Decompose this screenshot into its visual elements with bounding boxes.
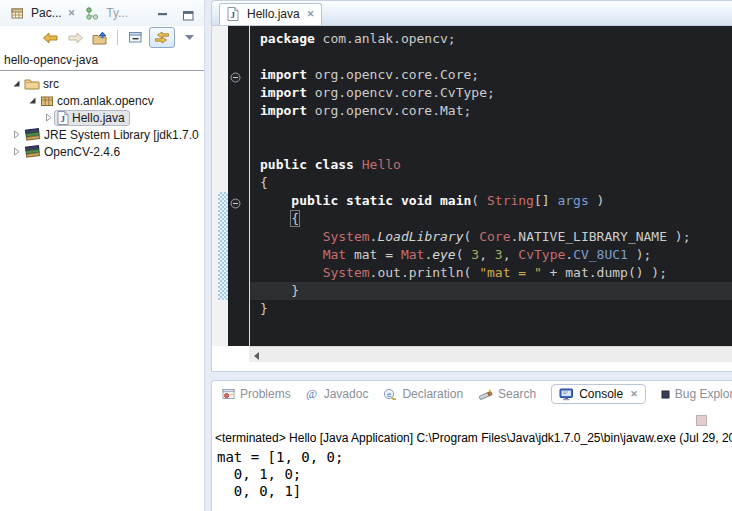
scroll-left-arrow-icon[interactable] (253, 346, 261, 364)
editor-body: package com.anlak.opencv;import org.open… (212, 26, 732, 346)
code-line[interactable] (260, 120, 732, 138)
expander-collapsed-icon[interactable] (42, 113, 54, 122)
editor-pane: J Hello.java ✕ package com.anlak.opencv;… (211, 0, 732, 372)
code-token: public static void main (291, 193, 471, 208)
code-line[interactable]: import org.opencv.core.CvType; (260, 84, 732, 102)
console-output[interactable]: mat = [1, 0, 0; 0, 1, 0; 0, 0, 1] (217, 449, 732, 511)
editor-tab-hello-java[interactable]: J Hello.java ✕ (219, 3, 322, 25)
tree-item-label: com.anlak.opencv (57, 94, 154, 108)
go-up-button[interactable] (89, 28, 111, 47)
package-tree[interactable]: srccom.anlak.opencvJHello.javaJRE System… (0, 71, 204, 160)
tree-item-label: src (43, 77, 59, 91)
console-tab-problems[interactable]: Problems (222, 387, 291, 401)
console-tab-declaration[interactable]: eDeclaration (383, 387, 463, 401)
project-label[interactable]: hello-opencv-java (0, 49, 204, 71)
close-icon[interactable]: ✕ (68, 8, 76, 18)
fold-collapse-icon[interactable] (230, 195, 241, 213)
expander-collapsed-icon[interactable] (10, 147, 22, 156)
code-area[interactable]: package com.anlak.opencv;import org.open… (250, 26, 732, 346)
code-token: org.opencv.core.CvType; (307, 85, 495, 100)
link-with-editor-button[interactable] (149, 27, 175, 48)
console-tab-console[interactable]: Console✕ (551, 384, 646, 404)
code-token: Hello (362, 157, 401, 172)
package-explorer-icon (11, 7, 24, 20)
forward-icon (67, 32, 84, 44)
code-token: String (487, 193, 534, 208)
close-icon[interactable]: ✕ (630, 389, 638, 399)
tab-label: Pac... (31, 6, 62, 20)
back-icon (42, 32, 59, 44)
code-line[interactable]: Mat mat = Mat.eye( 3, 3, CvType.CV_8UC1 … (260, 246, 732, 264)
tree-item-content: src (22, 77, 63, 91)
tree-item-opencv-2-4-6[interactable]: OpenCV-2.4.6 (0, 143, 204, 160)
code-line-current[interactable]: } (250, 282, 732, 300)
window-buttons (158, 7, 194, 25)
code-line[interactable]: public class Hello (260, 156, 732, 174)
code-line[interactable]: public static void main( String[] args ) (260, 192, 732, 210)
code-token: Core (479, 229, 510, 244)
console-panel: Problems@JavadoceDeclarationSearchConsol… (211, 380, 732, 511)
code-line[interactable] (260, 48, 732, 66)
code-line[interactable]: System.LoadLibrary( Core.NATIVE_LIBRARY_… (260, 228, 732, 246)
console-tab-javadoc[interactable]: @Javadoc (306, 387, 369, 401)
code-token: CvType (518, 247, 565, 262)
code-token: ( (456, 247, 472, 262)
console-tab-label: Search (498, 387, 536, 401)
expander-expanded-icon[interactable] (26, 96, 38, 105)
fold-collapse-icon[interactable] (230, 69, 241, 87)
view-menu-button[interactable] (178, 28, 200, 47)
code-token: + mat.dump() ); (542, 265, 667, 280)
java-file-icon: J (57, 111, 69, 125)
console-output-line: mat = [1, 0, 0; (217, 449, 732, 466)
code-line[interactable]: } (260, 300, 732, 318)
code-line[interactable]: { (260, 174, 732, 192)
code-token: package (260, 31, 315, 46)
tab-label: Ty... (106, 6, 128, 20)
code-line[interactable] (260, 138, 732, 156)
minimize-button[interactable] (158, 7, 168, 25)
collapse-all-button[interactable] (124, 28, 146, 47)
console-tab-label: Console (579, 387, 623, 401)
forward-button[interactable] (64, 28, 86, 47)
tree-item-jre-system-library-jdk1-7-0[interactable]: JRE System Library [jdk1.7.0 (0, 126, 204, 143)
editor-tabbar: J Hello.java ✕ (212, 1, 732, 26)
console-tab-label: Bug Explorer (675, 387, 732, 401)
terminate-button[interactable] (696, 412, 707, 430)
tree-item-label: JRE System Library [jdk1.7.0 (44, 128, 199, 142)
code-token: , (503, 247, 519, 262)
console-tab-bug-explorer[interactable]: Bug Explorer (661, 387, 732, 401)
svg-text:J: J (60, 114, 65, 124)
expander-expanded-icon[interactable] (10, 79, 22, 88)
code-line[interactable]: import org.opencv.core.Mat; (260, 102, 732, 120)
tab-type-hierarchy[interactable]: Ty... (80, 3, 133, 23)
code-token: , (479, 247, 495, 262)
console-tab-search[interactable]: Search (478, 387, 536, 401)
range-indicator (218, 192, 228, 300)
javadoc-view-icon: @ (306, 388, 319, 400)
library-icon (24, 145, 41, 158)
tree-item-src[interactable]: src (0, 75, 204, 92)
expander-collapsed-icon[interactable] (10, 130, 22, 139)
tab-package-explorer[interactable]: Pac... ✕ (5, 3, 80, 23)
code-token: .out.println( (370, 265, 480, 280)
code-line[interactable]: { (260, 210, 732, 228)
code-token: org.opencv.core.Mat; (307, 103, 471, 118)
back-button[interactable] (39, 28, 61, 47)
close-icon[interactable]: ✕ (307, 9, 315, 19)
bug-view-icon (661, 390, 670, 399)
tree-item-hello-java[interactable]: JHello.java (0, 109, 204, 126)
code-token (260, 247, 323, 262)
maximize-button[interactable] (183, 7, 194, 25)
type-hierarchy-icon (86, 7, 99, 20)
code-token: . (565, 247, 573, 262)
code-token: System (323, 265, 370, 280)
code-line[interactable]: System.out.println( "mat = " + mat.dump(… (260, 264, 732, 282)
code-line[interactable]: package com.anlak.opencv; (260, 30, 732, 48)
code-line[interactable]: import org.opencv.core.Core; (260, 66, 732, 84)
code-token: import (260, 85, 307, 100)
tree-item-com-anlak-opencv[interactable]: com.anlak.opencv (0, 92, 204, 109)
code-token (260, 265, 323, 280)
console-output-line: 0, 0, 1] (217, 483, 732, 500)
horizontal-scrollbar[interactable] (249, 346, 732, 362)
svg-text:J: J (230, 10, 235, 20)
